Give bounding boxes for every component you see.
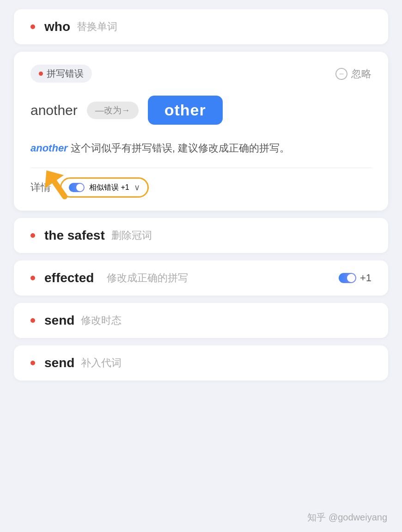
toggle-small-icon [339,273,356,283]
send-tense-item: send 修改时态 [14,303,388,338]
chevron-down-icon: ∨ [134,182,140,193]
bullet-dot-send2 [30,361,35,365]
description-text: another 这个词似乎有拼写错误, 建议修改成正确的拼写。 [30,139,372,157]
ignore-label: 忽略 [351,67,372,81]
plus-one-label: +1 [360,272,372,284]
bullet-dot-effected [30,276,35,280]
original-word: another [30,103,78,118]
item-action-safest: 删除冠词 [111,229,152,242]
bullet-dot-send1 [30,318,35,323]
tag-bullet-dot [39,72,43,76]
safest-item: the safest 删除冠词 [14,218,388,253]
send-pronoun-item: send 补入代词 [14,345,388,381]
ignore-icon: − [335,68,347,80]
item-word-who: who [44,19,70,34]
item-word-send2: send [44,356,74,370]
arrow-label: —改为→ [95,105,130,115]
description-highlight: another [30,142,68,154]
item-action-who: 替换单词 [77,20,117,34]
spelling-tag: 拼写错误 [30,65,92,83]
effected-row: effected 修改成正确的拼写 +1 [44,271,372,285]
similar-label: 相似错误 +1 [89,183,129,193]
item-action-effected: 修改成正确的拼写 [107,271,188,285]
spelling-tag-label: 拼写错误 [47,67,84,80]
effected-item: effected 修改成正确的拼写 +1 [14,260,388,296]
who-item: who 替换单词 [14,9,388,44]
arrow-badge: —改为→ [87,102,139,119]
item-word-send1: send [44,313,74,328]
toggle-small-thumb [347,274,355,282]
bullet-dot-safest [30,233,35,238]
arrow-pointer-icon [33,163,89,219]
item-action-send1: 修改时态 [81,314,122,327]
bullet-dot [30,24,35,29]
new-word-text: other [164,101,206,119]
card-header: 拼写错误 − 忽略 [30,65,372,83]
watermark: 知乎 @godweiyang [307,511,387,524]
item-word-safest: the safest [44,228,105,243]
item-word-effected: effected [44,271,94,285]
item-action-send2: 补入代词 [81,356,122,370]
description-body: 这个词似乎有拼写错误, 建议修改成正确的拼写。 [68,142,290,154]
new-word-button[interactable]: other [148,96,223,125]
toggle-effected[interactable]: +1 [339,272,372,284]
change-row: another —改为→ other [30,96,372,125]
ignore-button[interactable]: − 忽略 [335,67,372,81]
